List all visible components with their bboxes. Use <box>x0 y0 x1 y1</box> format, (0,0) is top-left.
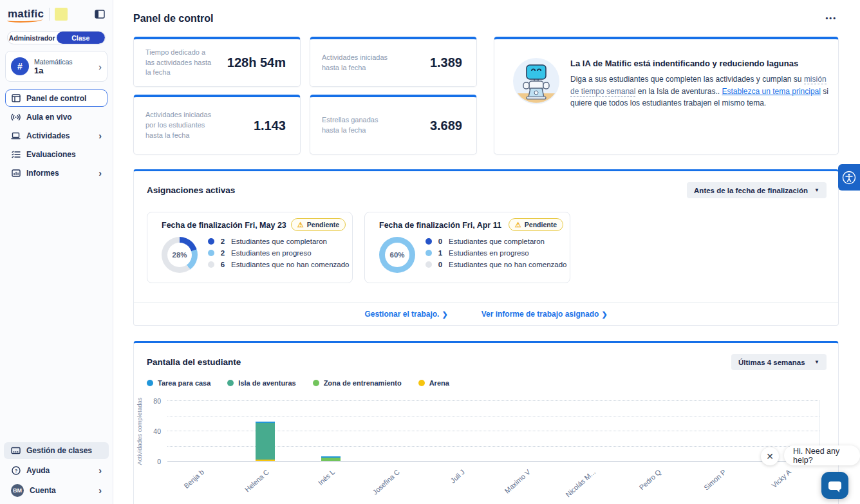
completed-dot <box>208 238 214 245</box>
legend-label: Estudiantes que no han comenzado <box>449 261 567 268</box>
legend-row: 6 Estudiantes que no han comenzado <box>208 261 350 268</box>
sidebar-item-evaluaciones[interactable]: Evaluaciones <box>5 145 108 163</box>
assignments-filter-dropdown[interactable]: Antes de la fecha de finalización ▼ <box>687 182 827 198</box>
warning-icon: ⚠ <box>297 221 304 229</box>
sidebar-menu: Panel de control Aula en vivo Actividade… <box>0 89 113 182</box>
stat-label: Estrellas ganadas hasta la fecha <box>310 115 393 136</box>
dropdown-value: Antes de la fecha de finalización <box>694 187 808 194</box>
sidebar-item-actividades[interactable]: Actividades › <box>5 127 108 144</box>
legend-count: 2 <box>220 238 226 245</box>
legend-label: Estudiantes que completaron <box>449 238 545 245</box>
sidebar-item-label: Cuenta <box>30 486 56 495</box>
x-axis-label: Simon P <box>681 468 727 504</box>
logo-text: matific <box>8 8 44 20</box>
assignments-footer: Gestionar el trabajo.❯ Ver informe de tr… <box>134 302 838 325</box>
sidebar-item-label: Ayuda <box>26 466 50 475</box>
x-axis-label: Benja b <box>159 468 205 504</box>
help-icon: ? <box>11 466 21 475</box>
active-assignments-section: Asignaciones activas Antes de la fecha d… <box>133 169 839 326</box>
sidebar-item-cuenta[interactable]: BM Cuenta › <box>4 481 109 499</box>
manage-work-link[interactable]: Gestionar el trabajo.❯ <box>364 310 447 319</box>
series-dot <box>227 380 234 386</box>
legend-row: 2 Estudiantes en progreso <box>208 249 350 257</box>
sidebar-item-label: Panel de control <box>26 94 86 103</box>
sidebar-item-label: Actividades <box>26 131 70 140</box>
close-icon: ✕ <box>766 451 774 462</box>
subject-icon: # <box>11 57 29 75</box>
legend-row: 0 Estudiantes que completaron <box>425 238 567 245</box>
legend-item: Tarea para casa <box>147 379 210 387</box>
student-bar[interactable] <box>321 456 341 461</box>
weeks-filter-dropdown[interactable]: Últimas 4 semanas ▼ <box>731 354 827 370</box>
assigned-work-report-link[interactable]: Ver informe de trabajo asignado❯ <box>481 310 608 319</box>
section-title: Pantalla del estudiante <box>147 357 241 367</box>
ai-banner-text: La IA de Matific está indentificando y r… <box>570 59 829 109</box>
sidebar-item-panel-de-control[interactable]: Panel de control <box>5 89 108 107</box>
dashboard-icon <box>11 94 21 102</box>
class-subject: Matemáticas <box>34 58 73 66</box>
stat-card-tiempo: Tiempo dedicado a las actividades hasta … <box>133 37 301 87</box>
stat-value: 128h 54m <box>216 55 300 70</box>
sidebar-item-ayuda[interactable]: ? Ayuda › <box>4 462 109 479</box>
chat-close-button[interactable]: ✕ <box>761 447 779 465</box>
stat-label: Tiempo dedicado a las actividades hasta … <box>134 48 216 79</box>
set-main-topic-link[interactable]: Establezca un tema principal <box>722 87 820 96</box>
chat-tooltip-text: Hi. Need any help? <box>793 447 851 465</box>
checklist-icon <box>11 151 21 158</box>
ai-body-text: en la Isla de aventuras.. <box>635 87 722 96</box>
chevron-right-icon: › <box>98 466 102 475</box>
sidebar-item-informes[interactable]: Informes › <box>5 164 108 182</box>
in-progress-dot <box>208 250 214 256</box>
x-axis-label: Vicky A <box>746 468 792 504</box>
accessibility-icon <box>842 171 856 185</box>
sidebar-item-label: Aula en vivo <box>26 113 72 122</box>
legend-count: 2 <box>220 249 226 257</box>
role-toggle[interactable]: Administrador Clase <box>7 31 106 44</box>
accessibility-button[interactable] <box>838 164 860 191</box>
legend-count: 0 <box>437 238 444 245</box>
stat-card-estrellas: Estrellas ganadas hasta la fecha 3.689 <box>310 95 477 154</box>
not-started-dot <box>425 261 432 268</box>
assignment-card[interactable]: Fecha de finalización Fri, May 23 ⚠ Pend… <box>147 212 353 283</box>
ai-banner-title: La IA de Matific está indentificando y r… <box>570 59 829 68</box>
y-axis-ticks: 04080 <box>143 401 161 462</box>
series-label: Tarea para casa <box>158 379 210 387</box>
logo-divider <box>49 8 50 21</box>
chat-launcher-button[interactable] <box>821 472 848 499</box>
sidebar-collapse-icon[interactable] <box>95 10 105 19</box>
legend-count: 0 <box>437 261 444 268</box>
legend-count: 6 <box>220 261 226 268</box>
assignment-due-date: Fecha de finalización Fri, Apr 11 <box>379 221 501 230</box>
class-selector[interactable]: # Matemáticas 1a › <box>5 51 108 82</box>
toggle-administrador[interactable]: Administrador <box>8 32 57 44</box>
matific-logo[interactable]: matific <box>8 8 44 21</box>
legend-label: Estudiantes en progreso <box>449 249 529 257</box>
chat-tooltip[interactable]: Hi. Need any help? <box>784 445 860 465</box>
legend-label: Estudiantes que no han comenzado <box>231 261 350 268</box>
completed-dot <box>425 238 432 245</box>
badge-label: Pendiente <box>307 221 339 229</box>
stat-value: 3.689 <box>393 118 476 133</box>
sidebar-item-aula-en-vivo[interactable]: Aula en vivo <box>5 108 108 126</box>
x-axis-label: Pedro Q <box>616 468 662 504</box>
link-label: Ver informe de trabajo asignado <box>481 310 599 319</box>
more-menu-icon[interactable]: ••• <box>825 14 837 22</box>
toggle-clase[interactable]: Clase <box>57 32 106 44</box>
sidebar-item-gestion-de-clases[interactable]: Gestión de clases <box>4 442 109 459</box>
ai-body-text: Diga a sus estudiantes que completen las… <box>570 75 804 84</box>
chevron-right-icon: ❯ <box>601 310 607 318</box>
donut-percent: 28% <box>172 251 187 259</box>
x-axis-label: Helena C <box>224 468 270 504</box>
legend-row: 2 Estudiantes que completaron <box>208 238 350 245</box>
legend-item: Zona de entrenamiento <box>313 379 402 387</box>
logo-row: matific <box>0 0 113 27</box>
stat-value: 1.143 <box>216 118 300 133</box>
stat-card-actividades-iniciadas: Actividades iniciadas hasta la fecha 1.3… <box>310 37 477 87</box>
section-title: Asignaciones activas <box>147 185 235 195</box>
assignment-legend: 2 Estudiantes que completaron 2 Estudian… <box>208 238 350 268</box>
student-bar[interactable] <box>256 422 275 461</box>
assignment-card[interactable]: Fecha de finalización Fri, Apr 11 ⚠ Pend… <box>364 212 570 283</box>
sidebar-item-label: Gestión de clases <box>26 446 92 455</box>
chevron-right-icon: › <box>98 62 102 71</box>
assignment-legend: 0 Estudiantes que completaron 1 Estudian… <box>425 238 567 268</box>
